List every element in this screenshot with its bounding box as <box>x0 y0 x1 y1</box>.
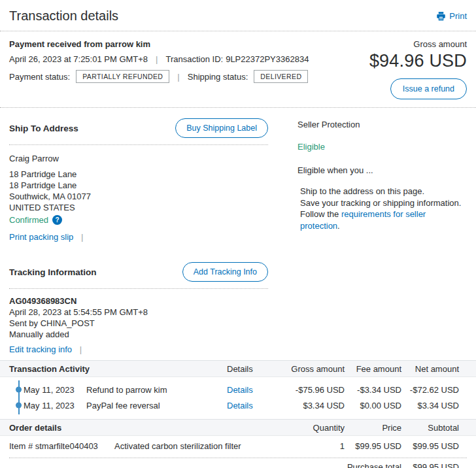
activity-fee: $0.00 USD <box>345 401 401 410</box>
column-header-net: Net amount <box>401 364 467 374</box>
seller-protection-status: Eligible <box>298 142 467 152</box>
tracking-block: Tracking Information Add Tracking Info A… <box>9 262 268 355</box>
address-line: 18 Partridge Lane <box>9 180 268 191</box>
seller-protection-block: Seller Protection Eligible Eligible when… <box>268 117 467 355</box>
print-packing-slip-link[interactable]: Print packing slip <box>9 232 73 242</box>
activity-heading: Transaction Activity <box>9 364 227 374</box>
vertical-separator <box>80 344 82 354</box>
ship-to-header-row: Ship To Address Buy Shipping Label <box>9 118 268 138</box>
order-item-price: $99.95 USD <box>345 441 401 451</box>
payment-status-badge: PARTIALLY REFUNDED <box>76 70 169 83</box>
tracking-details: AG049368983CN April 28, 2023 at 5:54:55 … <box>9 295 268 355</box>
order-item-subtotal: $99.95 USD <box>401 441 467 451</box>
activity-description: Refund to parrow kim <box>86 385 167 395</box>
tracking-number: AG049368983CN <box>9 295 268 307</box>
activity-row: May 11, 2023 Refund to parrow kim Detail… <box>9 382 467 397</box>
activity-gross: $3.34 USD <box>267 401 345 410</box>
tracking-heading: Tracking Information <box>9 267 97 277</box>
transaction-activity-table: Transaction Activity Details Gross amoun… <box>0 360 476 419</box>
timeline-dot-icon <box>16 403 22 409</box>
activity-fee: -$3.34 USD <box>345 385 401 395</box>
printer-icon <box>436 11 446 21</box>
shipping-status-badge: DELIVERED <box>254 70 308 83</box>
gross-amount-value: $94.96 USD <box>362 51 467 71</box>
purchase-total-value: $99.95 USD <box>401 462 467 468</box>
edit-tracking-link[interactable]: Edit tracking info <box>9 344 72 354</box>
requirement-item: Ship to the address on this page. <box>300 186 467 197</box>
column-header-gross: Gross amount <box>267 364 345 374</box>
tracking-carrier: Sent by CHINA_POST <box>9 318 268 329</box>
order-item-name: Activated carbon sterilization filter <box>114 441 241 451</box>
address-line: 18 Partridge Lane <box>9 169 268 180</box>
buy-shipping-label-button[interactable]: Buy Shipping Label <box>175 118 268 138</box>
column-header-subtotal: Subtotal <box>401 423 467 433</box>
column-header-price: Price <box>345 423 401 433</box>
seller-protection-requirements: Ship to the address on this page. Save y… <box>298 186 467 231</box>
page-title: Transaction details <box>9 8 118 24</box>
page-header: Transaction details Print <box>0 0 476 31</box>
activity-net: $3.34 USD <box>401 401 467 410</box>
edit-tracking-row: Edit tracking info <box>9 344 268 355</box>
column-header-quantity: Quantity <box>267 423 345 433</box>
gross-amount-panel: Gross amount $94.96 USD Issue a refund <box>362 39 467 99</box>
tracking-header-row: Tracking Information Add Tracking Info <box>9 262 268 282</box>
tracking-method: Manually added <box>9 329 268 340</box>
ship-to-heading: Ship To Address <box>9 124 78 133</box>
confirmed-label: Confirmed <box>9 214 48 226</box>
address-line: Southwick, MA 01077 <box>9 191 268 202</box>
follow-prefix: Follow the <box>300 209 341 219</box>
payment-status-row: Payment status: PARTIALLY REFUNDED Shipp… <box>9 70 362 83</box>
activity-rows: May 11, 2023 Refund to parrow kim Detail… <box>0 377 476 419</box>
transaction-details-page: Transaction details Print Payment receiv… <box>0 0 476 468</box>
left-column: Ship To Address Buy Shipping Label Craig… <box>9 117 268 355</box>
column-header-fee: Fee amount <box>345 364 401 374</box>
payment-summary-section: Payment received from parrow kim April 2… <box>0 31 476 108</box>
purchase-total-row: Purchase total $99.95 USD <box>0 458 476 468</box>
help-icon[interactable]: ? <box>52 215 62 225</box>
payment-status-label: Payment status: <box>9 72 70 82</box>
activity-net: -$72.62 USD <box>401 385 467 395</box>
print-button[interactable]: Print <box>436 11 467 21</box>
payment-received-from: Payment received from parrow kim <box>9 39 362 49</box>
activity-row-main: May 11, 2023 PayPal fee reversal <box>9 401 227 410</box>
order-table-header: Order details Quantity Price Subtotal <box>0 419 476 436</box>
requirement-item: Follow the requirements for seller prote… <box>300 209 467 231</box>
shipping-status-label: Shipping status: <box>188 72 248 82</box>
section-divider <box>9 144 268 145</box>
column-header-details: Details <box>227 364 267 374</box>
activity-table-header: Transaction Activity Details Gross amoun… <box>0 360 476 377</box>
gross-amount-label: Gross amount <box>362 39 467 49</box>
activity-description: PayPal fee reversal <box>86 401 160 410</box>
activity-gross: -$75.96 USD <box>267 385 345 395</box>
section-divider <box>9 288 268 289</box>
order-details-table: Order details Quantity Price Subtotal It… <box>0 419 476 468</box>
transaction-id-label: Transaction ID: <box>165 54 223 64</box>
tracking-date: April 28, 2023 at 5:54:55 PM GMT+8 <box>9 307 268 318</box>
ship-to-block: Ship To Address Buy Shipping Label Craig… <box>9 118 268 242</box>
timeline-dot-icon <box>16 387 22 393</box>
print-label: Print <box>449 11 467 21</box>
follow-suffix: . <box>337 221 340 231</box>
vertical-separator <box>156 54 158 64</box>
issue-refund-button[interactable]: Issue a refund <box>390 78 467 99</box>
order-heading: Order details <box>9 423 267 433</box>
activity-date: May 11, 2023 <box>24 401 86 410</box>
vertical-separator <box>177 72 179 82</box>
activity-details-link[interactable]: Details <box>227 401 267 410</box>
activity-row-main: May 11, 2023 Refund to parrow kim <box>9 385 227 395</box>
order-item-quantity: 1 <box>267 441 345 451</box>
seller-protection-intro: Eligible when you ... <box>298 165 467 175</box>
middle-section: Ship To Address Buy Shipping Label Craig… <box>0 108 476 355</box>
payment-date-row: April 26, 2023 at 7:25:01 PM GMT+8 Trans… <box>9 54 362 64</box>
vertical-separator <box>81 232 83 242</box>
order-item-main: Item # stmarfilte040403 Activated carbon… <box>9 441 267 451</box>
ship-to-address: Craig Parrow 18 Partridge Lane 18 Partri… <box>9 153 268 242</box>
order-item-row: Item # stmarfilte040403 Activated carbon… <box>0 436 476 456</box>
order-item-id: Item # stmarfilte040403 <box>9 441 114 451</box>
activity-details-link[interactable]: Details <box>227 385 267 395</box>
address-line: UNITED STATES <box>9 202 268 213</box>
requirement-item: Save your tracking or shipping informati… <box>300 197 467 209</box>
activity-row: May 11, 2023 PayPal fee reversal Details… <box>9 397 467 413</box>
add-tracking-info-button[interactable]: Add Tracking Info <box>182 262 268 282</box>
payment-summary-left: Payment received from parrow kim April 2… <box>9 39 362 99</box>
